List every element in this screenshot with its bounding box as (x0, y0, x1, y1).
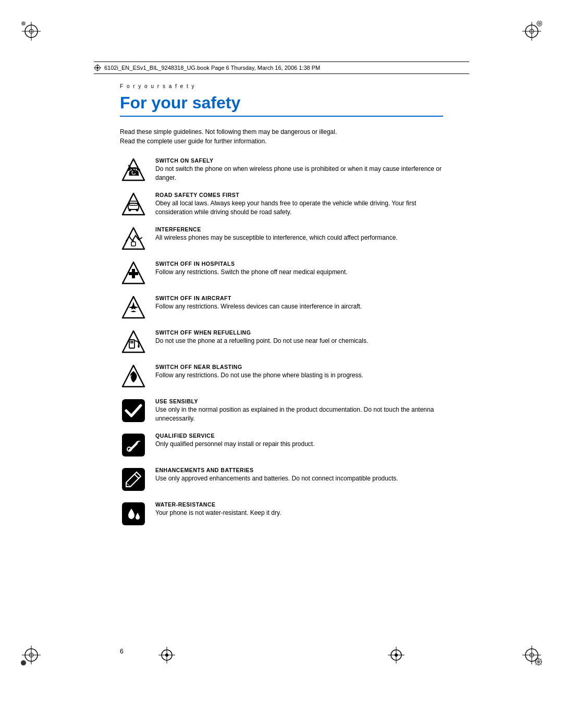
refuelling-icon (120, 328, 147, 355)
road-safety-icon (120, 191, 147, 218)
reg-mark-bmr (386, 645, 407, 665)
aircraft-icon (120, 294, 147, 321)
aircraft-text: SWITCH OFF IN AIRCRAFT Follow any restri… (155, 294, 443, 311)
item-body: Do not use the phone at a refuelling poi… (155, 337, 443, 346)
section-label: F o r y o u r s a f e t y (120, 83, 443, 89)
svg-rect-55 (130, 341, 133, 343)
item-body: Only qualified personnel may install or … (155, 440, 443, 449)
list-item: ENHANCEMENTS AND BATTERIES Use only appr… (120, 466, 443, 493)
page-number: 6 (120, 648, 124, 655)
switch-on-safely-icon: ☎ (120, 156, 147, 183)
item-title: SWITCH ON SAFELY (155, 157, 443, 164)
svg-text:☎: ☎ (127, 165, 141, 178)
list-item: ☎ SWITCH ON SAFELY Do not switch the pho… (120, 156, 443, 183)
use-sensibly-icon (120, 397, 147, 424)
enhancements-text: ENHANCEMENTS AND BATTERIES Use only appr… (155, 466, 443, 483)
item-title: SWITCH OFF WHEN REFUELLING (155, 329, 443, 336)
item-title: SWITCH OFF IN AIRCRAFT (155, 295, 443, 301)
blasting-icon (120, 363, 147, 390)
qualified-service-text: QUALIFIED SERVICE Only qualified personn… (155, 431, 443, 449)
list-item: QUALIFIED SERVICE Only qualified personn… (120, 431, 443, 459)
water-resistance-text: WATER-RESISTANCE Your phone is not water… (155, 500, 443, 517)
item-body: Follow any restrictions. Wireless device… (155, 302, 443, 311)
item-body: Follow any restrictions. Switch the phon… (155, 268, 443, 277)
list-item: SWITCH OFF WHEN REFUELLING Do not use th… (120, 328, 443, 355)
item-body: Use only approved enhancements and batte… (155, 474, 443, 483)
svg-marker-41 (123, 193, 144, 215)
page-title: For your safety (120, 93, 443, 117)
svg-point-45 (136, 209, 139, 212)
header-text: 6102i_EN_ESv1_BIL_9248318_UG.book Page 6… (104, 65, 320, 71)
qualified-service-icon (120, 431, 147, 459)
intro-text: Read these simple guidelines. Not follow… (120, 127, 443, 146)
item-title: SWITCH OFF IN HOSPITALS (155, 261, 443, 267)
item-title: QUALIFIED SERVICE (155, 433, 443, 439)
interference-icon (120, 225, 147, 252)
page: 6102i_EN_ESv1_BIL_9248318_UG.book Page 6… (0, 0, 563, 728)
main-content: F o r y o u r s a f e t y For your safet… (120, 83, 443, 535)
safety-list: ☎ SWITCH ON SAFELY Do not switch the pho… (120, 156, 443, 527)
refuelling-text: SWITCH OFF WHEN REFUELLING Do not use th… (155, 328, 443, 346)
item-body: Your phone is not water-resistant. Keep … (155, 509, 443, 517)
item-body: Follow any restrictions. Do not use the … (155, 371, 443, 380)
item-body: Do not switch the phone on when wireless… (155, 165, 443, 182)
hospitals-icon (120, 260, 147, 287)
svg-rect-61 (122, 468, 145, 491)
item-body: Obey all local laws. Always keep your ha… (155, 199, 443, 217)
reg-mark-bml (156, 645, 177, 665)
item-title: SWITCH OFF NEAR BLASTING (155, 364, 443, 370)
header-crosshair-left (94, 64, 101, 71)
svg-rect-51 (129, 272, 138, 275)
svg-point-15 (21, 660, 26, 665)
item-title: ENHANCEMENTS AND BATTERIES (155, 467, 443, 473)
reg-mark-tr (521, 21, 542, 42)
item-title: WATER-RESISTANCE (155, 501, 443, 508)
switch-on-safely-text: SWITCH ON SAFELY Do not switch the phone… (155, 156, 443, 182)
reg-mark-bl (21, 645, 42, 665)
blasting-text: SWITCH OFF NEAR BLASTING Follow any rest… (155, 363, 443, 380)
use-sensibly-text: USE SENSIBLY Use only in the normal posi… (155, 397, 443, 423)
item-title: USE SENSIBLY (155, 398, 443, 404)
svg-rect-47 (131, 242, 136, 246)
item-title: INTERFERENCE (155, 226, 443, 232)
list-item: WATER-RESISTANCE Your phone is not water… (120, 500, 443, 527)
enhancements-icon (120, 466, 147, 493)
list-item: INTERFERENCE All wireless phones may be … (120, 225, 443, 252)
list-item: SWITCH OFF NEAR BLASTING Follow any rest… (120, 363, 443, 390)
item-title: ROAD SAFETY COMES FIRST (155, 192, 443, 198)
svg-point-4 (21, 21, 26, 26)
list-item: SWITCH OFF IN HOSPITALS Follow any restr… (120, 260, 443, 287)
road-safety-text: ROAD SAFETY COMES FIRST Obey all local l… (155, 191, 443, 217)
item-body: Use only in the normal position as expla… (155, 405, 443, 423)
svg-point-10 (538, 22, 541, 25)
list-item: ROAD SAFETY COMES FIRST Obey all local l… (120, 191, 443, 218)
reg-mark-tl (21, 21, 42, 42)
reg-mark-br (521, 645, 542, 665)
svg-rect-42 (128, 203, 139, 209)
hospitals-text: SWITCH OFF IN HOSPITALS Follow any restr… (155, 260, 443, 277)
header-bar: 6102i_EN_ESv1_BIL_9248318_UG.book Page 6… (94, 61, 469, 74)
interference-text: INTERFERENCE All wireless phones may be … (155, 225, 443, 242)
item-body: All wireless phones may be susceptible t… (155, 233, 443, 242)
water-resistance-icon (120, 500, 147, 527)
svg-point-44 (129, 209, 131, 212)
list-item: USE SENSIBLY Use only in the normal posi… (120, 397, 443, 424)
list-item: SWITCH OFF IN AIRCRAFT Follow any restri… (120, 294, 443, 321)
